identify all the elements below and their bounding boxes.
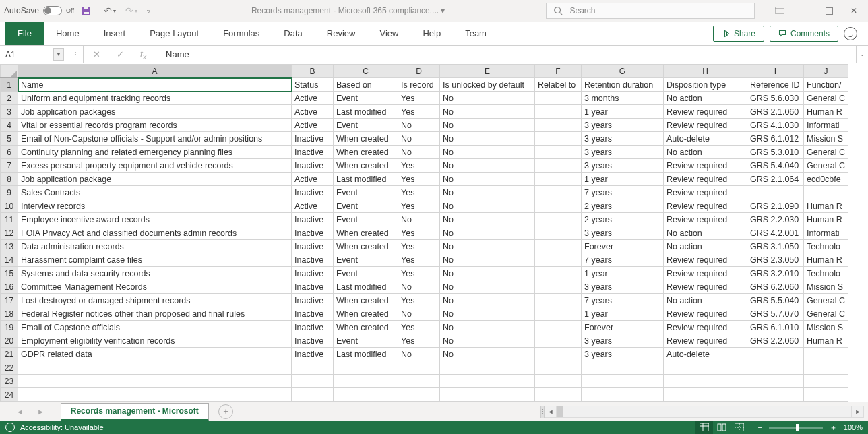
sheet-nav-prev-icon[interactable]: ◄: [16, 408, 24, 416]
cell[interactable]: 3 years: [582, 334, 664, 348]
cell[interactable]: Job application packages: [18, 105, 292, 119]
cell[interactable]: General C: [804, 159, 848, 173]
cell[interactable]: GRS 4.2.001: [747, 226, 804, 240]
tab-formulas[interactable]: Formulas: [211, 22, 272, 45]
cell[interactable]: General C: [804, 146, 848, 159]
namebox-dropdown-icon[interactable]: ▼: [53, 48, 64, 61]
cell[interactable]: [398, 375, 440, 388]
cell[interactable]: No action: [664, 226, 747, 240]
view-page-break-icon[interactable]: [731, 421, 748, 434]
cell[interactable]: Review required: [664, 267, 747, 280]
cell[interactable]: No: [398, 307, 440, 321]
cell[interactable]: Yes: [398, 105, 440, 119]
cell[interactable]: Inactive: [292, 159, 334, 173]
cell[interactable]: Yes: [398, 253, 440, 267]
view-page-layout-icon[interactable]: [713, 421, 731, 434]
maximize-button[interactable]: [826, 7, 833, 15]
cell[interactable]: Retention duration: [582, 78, 664, 92]
cell[interactable]: Review required: [664, 213, 747, 226]
cell[interactable]: No action: [664, 240, 747, 253]
cell[interactable]: Yes: [398, 240, 440, 253]
row-header-6[interactable]: 6: [1, 146, 18, 159]
cell[interactable]: Job application package: [18, 173, 292, 186]
redo-button[interactable]: ↷▾: [125, 5, 137, 16]
cell[interactable]: When created: [334, 132, 398, 146]
cell[interactable]: [535, 132, 582, 146]
cell[interactable]: [535, 307, 582, 321]
cell[interactable]: Inactive: [292, 348, 334, 361]
cell[interactable]: [334, 388, 398, 402]
cell[interactable]: No: [440, 294, 535, 307]
cell[interactable]: GRS 5.3.010: [747, 146, 804, 159]
cell[interactable]: No: [440, 105, 535, 119]
cell[interactable]: Yes: [398, 334, 440, 348]
cell[interactable]: Inactive: [292, 186, 334, 199]
name-box[interactable]: A1 ▼: [0, 46, 67, 63]
cell[interactable]: No: [398, 132, 440, 146]
cell[interactable]: GRS 2.1.060: [747, 105, 804, 119]
cell[interactable]: Yes: [398, 173, 440, 186]
cell[interactable]: Is unlocked by default: [440, 78, 535, 92]
row-header-8[interactable]: 8: [1, 173, 18, 186]
cell[interactable]: GRS 6.1.010: [747, 321, 804, 334]
cell[interactable]: [535, 294, 582, 307]
insert-function-icon[interactable]: fx: [140, 49, 146, 61]
cell[interactable]: Human R: [804, 199, 848, 213]
cell[interactable]: [535, 267, 582, 280]
cell[interactable]: Inactive: [292, 146, 334, 159]
cell[interactable]: Review required: [664, 105, 747, 119]
cell[interactable]: GRS 2.2.030: [747, 213, 804, 226]
cell[interactable]: [535, 146, 582, 159]
formula-input[interactable]: Name: [156, 46, 856, 63]
cell[interactable]: Mission S: [804, 132, 848, 146]
row-header-22[interactable]: 22: [1, 361, 18, 375]
cell[interactable]: [804, 186, 848, 199]
cell[interactable]: No: [398, 146, 440, 159]
search-box[interactable]: Search: [546, 3, 755, 19]
cell[interactable]: Relabel to: [535, 78, 582, 92]
cell[interactable]: GRS 5.4.040: [747, 159, 804, 173]
cell[interactable]: No action: [664, 294, 747, 307]
cell[interactable]: [535, 240, 582, 253]
cell[interactable]: [535, 119, 582, 132]
cell[interactable]: [535, 280, 582, 294]
tab-help[interactable]: Help: [410, 22, 453, 45]
cell[interactable]: No: [440, 92, 535, 105]
cell[interactable]: 3 years: [582, 119, 664, 132]
cell[interactable]: Last modified: [334, 105, 398, 119]
cell[interactable]: GRS 3.2.010: [747, 267, 804, 280]
cell[interactable]: No action: [664, 146, 747, 159]
cell[interactable]: When created: [334, 159, 398, 173]
sheet-nav-next-icon[interactable]: ►: [37, 408, 44, 416]
row-header-1[interactable]: 1: [1, 78, 18, 92]
cell[interactable]: General C: [804, 307, 848, 321]
cell[interactable]: GRS 2.1.064: [747, 173, 804, 186]
cell[interactable]: [747, 186, 804, 199]
cell[interactable]: No: [440, 159, 535, 173]
cell[interactable]: Inactive: [292, 267, 334, 280]
cell[interactable]: Review required: [664, 280, 747, 294]
cell[interactable]: [535, 173, 582, 186]
cell[interactable]: When created: [334, 294, 398, 307]
cell[interactable]: Event: [334, 334, 398, 348]
cell[interactable]: 3 months: [582, 92, 664, 105]
cell[interactable]: Last modified: [334, 280, 398, 294]
cell[interactable]: No: [398, 348, 440, 361]
col-header-I[interactable]: I: [747, 65, 804, 78]
cell[interactable]: GRS 6.2.060: [747, 280, 804, 294]
cell[interactable]: Event: [334, 92, 398, 105]
cell[interactable]: Name: [18, 78, 292, 92]
cell[interactable]: Last modified: [334, 348, 398, 361]
cell[interactable]: No: [440, 173, 535, 186]
cell[interactable]: ecd0cbfe: [804, 173, 848, 186]
cell[interactable]: Systems and data security records: [18, 267, 292, 280]
cell[interactable]: No: [440, 267, 535, 280]
cell[interactable]: 3 years: [582, 280, 664, 294]
cell[interactable]: Yes: [398, 226, 440, 240]
tab-page-layout[interactable]: Page Layout: [137, 22, 211, 45]
cell[interactable]: General C: [804, 92, 848, 105]
cell[interactable]: 7 years: [582, 186, 664, 199]
cell[interactable]: When created: [334, 307, 398, 321]
cell[interactable]: Email of Capstone officials: [18, 321, 292, 334]
hscroll-left-icon[interactable]: ◄: [545, 406, 557, 418]
